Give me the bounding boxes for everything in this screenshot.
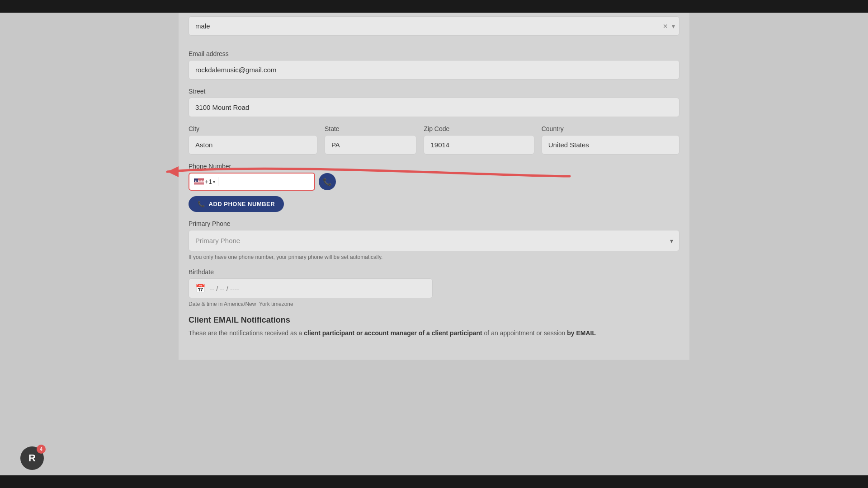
country-input[interactable] — [542, 135, 679, 155]
phone-number-input[interactable] — [222, 178, 310, 186]
city-input[interactable] — [189, 135, 317, 155]
bottom-bar — [0, 475, 868, 488]
chevron-down-gender-icon[interactable]: ▾ — [672, 23, 675, 30]
phone-secondary-action-button[interactable]: 📞 — [319, 173, 336, 190]
phone-label: Phone Number — [189, 163, 679, 170]
svg-rect-10 — [194, 183, 204, 184]
svg-rect-11 — [194, 184, 204, 184]
birthdate-label: Birthdate — [189, 268, 679, 276]
svg-rect-12 — [194, 184, 204, 185]
country-code-chevron: ▾ — [213, 179, 215, 184]
email-input[interactable] — [189, 60, 679, 80]
top-bar — [0, 0, 868, 13]
client-email-description: These are the notifications received as … — [189, 328, 679, 338]
city-field-group: City — [189, 125, 317, 155]
address-row: City State Zip Code Country — [189, 125, 679, 155]
primary-phone-helper: If you only have one phone number, your … — [189, 254, 679, 260]
zip-input[interactable] — [424, 135, 534, 155]
city-label: City — [189, 125, 317, 132]
clear-gender-icon[interactable]: ✕ — [663, 23, 668, 30]
client-email-desc4: by EMAIL — [567, 329, 596, 337]
client-email-desc1: These are the notifications received as … — [189, 329, 304, 337]
svg-marker-15 — [167, 166, 179, 177]
birthdate-wrapper: 📅 — [189, 278, 433, 298]
primary-phone-label: Primary Phone — [189, 220, 679, 227]
phone-separator — [218, 177, 218, 186]
state-input[interactable] — [325, 135, 417, 155]
street-input[interactable] — [189, 98, 679, 117]
client-email-desc3: of an appointment or session — [482, 329, 567, 337]
phone-section: Phone Number — [189, 163, 679, 212]
country-code-selector[interactable]: ★★★★★★ +1 ▾ — [194, 178, 215, 185]
avatar-badge[interactable]: R 4 — [20, 446, 44, 470]
country-field-group: Country — [542, 125, 679, 155]
state-field-group: State — [325, 125, 417, 155]
gender-select[interactable]: male female other — [189, 16, 679, 36]
client-email-title: Client EMAIL Notifications — [189, 315, 679, 325]
add-phone-button[interactable]: 📞 ADD PHONE NUMBER — [189, 196, 284, 212]
zip-field-group: Zip Code — [424, 125, 534, 155]
gender-field-group: male female other ✕ ▾ — [189, 13, 679, 42]
client-email-section: Client EMAIL Notifications These are the… — [189, 315, 679, 338]
email-field-group: Email address — [189, 50, 679, 80]
country-label: Country — [542, 125, 679, 132]
avatar-letter: R — [28, 452, 36, 464]
country-code-text: +1 — [205, 178, 212, 185]
avatar-notification-badge: 4 — [37, 445, 46, 454]
client-email-desc2: client participant or account manager of… — [304, 329, 482, 337]
street-label: Street — [189, 88, 679, 95]
calendar-icon: 📅 — [195, 283, 205, 293]
phone-icon: 📞 — [323, 178, 332, 186]
birthdate-input[interactable] — [210, 285, 426, 292]
us-flag-icon: ★★★★★★ — [194, 178, 204, 185]
primary-phone-select-wrapper: Primary Phone — [189, 230, 679, 251]
phone-field-wrapper: ★★★★★★ +1 ▾ — [189, 173, 315, 191]
primary-phone-group: Primary Phone Primary Phone If you only … — [189, 220, 679, 260]
svg-rect-9 — [194, 183, 204, 183]
birthdate-helper: Date & time in America/New_York timezone — [189, 301, 679, 307]
phone-add-icon: 📞 — [198, 201, 205, 207]
email-label: Email address — [189, 50, 679, 57]
birthdate-group: Birthdate 📅 Date & time in America/New_Y… — [189, 268, 679, 307]
primary-phone-select[interactable]: Primary Phone — [189, 230, 679, 251]
svg-text:★★★★★★: ★★★★★★ — [194, 179, 204, 182]
zip-label: Zip Code — [424, 125, 534, 132]
state-label: State — [325, 125, 417, 132]
street-field-group: Street — [189, 88, 679, 117]
svg-rect-8 — [194, 183, 204, 183]
